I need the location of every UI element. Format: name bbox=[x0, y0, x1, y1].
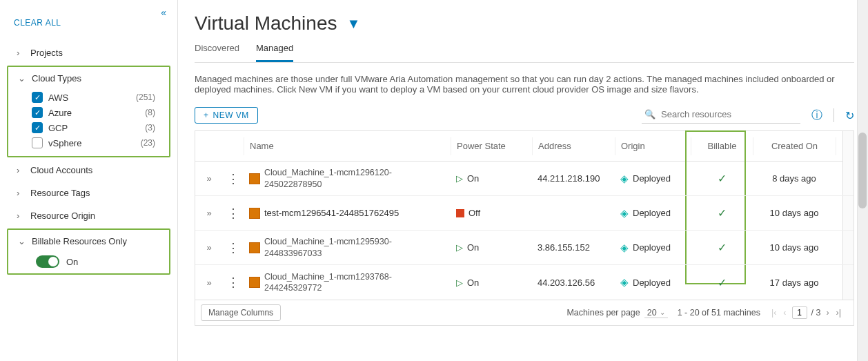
filter-header-resource-tags[interactable]: › Resource Tags bbox=[0, 183, 177, 203]
checkbox-icon[interactable]: ✓ bbox=[32, 122, 43, 133]
vm-icon bbox=[249, 208, 260, 219]
address: 3.86.155.152 bbox=[532, 242, 615, 253]
first-page-icon[interactable]: |‹ bbox=[770, 308, 778, 318]
option-label: AWS bbox=[48, 92, 68, 103]
cloud-type-aws[interactable]: ✓AWS (251) bbox=[17, 90, 169, 105]
chevron-right-icon: › bbox=[17, 165, 26, 175]
vm-name[interactable]: test-mcm1296541-244851762495 bbox=[264, 208, 399, 218]
next-page-icon[interactable]: › bbox=[825, 308, 830, 318]
expand-icon[interactable]: » bbox=[206, 173, 211, 184]
tab-managed[interactable]: Managed bbox=[256, 43, 293, 62]
chevron-right-icon: › bbox=[17, 211, 26, 221]
option-label: vSphere bbox=[48, 138, 81, 148]
play-icon: ▷ bbox=[456, 277, 463, 288]
option-count: (23) bbox=[141, 138, 155, 148]
table-row: » ⋮ test-mcm1296541-244851762495 Off ◈De… bbox=[195, 196, 854, 231]
cloud-type-gcp[interactable]: ✓GCP (3) bbox=[17, 120, 169, 135]
expand-icon[interactable]: » bbox=[206, 277, 211, 288]
info-icon[interactable]: ⓘ bbox=[811, 108, 822, 123]
plus-icon: + bbox=[204, 110, 209, 120]
highlight-billable: ⌄ Billable Resources Only On bbox=[7, 228, 170, 275]
expand-icon[interactable]: » bbox=[206, 208, 211, 218]
power-state: On bbox=[467, 277, 479, 288]
cloud-type-vsphere[interactable]: vSphere (23) bbox=[17, 135, 169, 150]
origin-label: Deployed bbox=[633, 277, 671, 288]
search-icon: 🔍 bbox=[644, 109, 655, 119]
checkbox-icon[interactable]: ✓ bbox=[32, 107, 43, 118]
row-menu-icon[interactable]: ⋮ bbox=[227, 173, 239, 185]
filter-label: Billable Resources Only bbox=[32, 236, 127, 246]
search-input[interactable] bbox=[660, 108, 798, 120]
filter-header-resource-origin[interactable]: › Resource Origin bbox=[0, 206, 177, 226]
refresh-icon[interactable]: ↻ bbox=[845, 109, 854, 122]
deployed-icon: ◈ bbox=[620, 173, 629, 185]
page-scrollbar-thumb[interactable] bbox=[858, 133, 867, 208]
checkbox-icon[interactable]: ✓ bbox=[32, 92, 43, 103]
check-icon: ✓ bbox=[718, 206, 727, 219]
vm-name[interactable]: Cloud_Machine_1-mcm1296120-245022878950 bbox=[264, 167, 445, 190]
table-row: » ⋮ Cloud_Machine_1-mcm1295930-244833967… bbox=[195, 231, 854, 265]
checkbox-icon[interactable] bbox=[32, 137, 43, 148]
filter-label: Cloud Types bbox=[32, 73, 81, 84]
filter-header-cloud-types[interactable]: ⌄ Cloud Types bbox=[8, 68, 169, 88]
power-state: On bbox=[467, 173, 479, 184]
vm-name[interactable]: Cloud_Machine_1-mcm1293768-244245329772 bbox=[264, 271, 445, 294]
created-on: 10 days ago bbox=[753, 242, 836, 253]
last-page-icon[interactable]: ›| bbox=[835, 308, 842, 318]
table-header: Name Power State Address Origin Billable… bbox=[195, 131, 854, 162]
check-icon: ✓ bbox=[718, 276, 727, 289]
filter-billable: ⌄ Billable Resources Only On bbox=[8, 230, 169, 273]
tab-discovered[interactable]: Discovered bbox=[195, 43, 239, 62]
check-icon: ✓ bbox=[718, 172, 727, 185]
vm-name[interactable]: Cloud_Machine_1-mcm1295930-244833967033 bbox=[264, 236, 445, 259]
billable-toggle-row: On bbox=[8, 251, 169, 272]
vm-table: Name Power State Address Origin Billable… bbox=[195, 130, 854, 300]
filter-header-cloud-accounts[interactable]: › Cloud Accounts bbox=[0, 160, 177, 180]
row-menu-icon[interactable]: ⋮ bbox=[227, 276, 239, 289]
filter-sidebar: « CLEAR ALL › Projects ⌄ Cloud Types ✓AW… bbox=[0, 0, 178, 361]
page-title: Virtual Machines bbox=[195, 12, 337, 35]
power-state: On bbox=[467, 242, 479, 253]
power-state: Off bbox=[468, 208, 480, 218]
col-created[interactable]: Created On bbox=[753, 137, 836, 155]
filter-resource-origin: › Resource Origin bbox=[0, 204, 177, 227]
per-page-value: 20 bbox=[647, 308, 657, 318]
vm-icon bbox=[249, 277, 260, 288]
filter-cloud-types: ⌄ Cloud Types ✓AWS (251) ✓Azure (8) ✓GCP… bbox=[8, 67, 169, 156]
prev-page-icon[interactable]: ‹ bbox=[782, 308, 787, 318]
col-power[interactable]: Power State bbox=[451, 137, 532, 155]
row-menu-icon[interactable]: ⋮ bbox=[227, 242, 239, 254]
vm-icon bbox=[249, 173, 260, 184]
clear-all-link[interactable]: CLEAR ALL bbox=[0, 7, 177, 41]
table-row: » ⋮ Cloud_Machine_1-mcm1293768-244245329… bbox=[195, 265, 854, 300]
page-total: / 3 bbox=[811, 308, 821, 318]
new-vm-button[interactable]: + NEW VM bbox=[195, 107, 258, 124]
filter-label: Projects bbox=[30, 48, 63, 58]
collapse-sidebar-icon[interactable]: « bbox=[161, 7, 166, 18]
billable-toggle[interactable] bbox=[36, 255, 59, 268]
col-origin[interactable]: Origin bbox=[615, 137, 691, 155]
col-address[interactable]: Address bbox=[532, 137, 615, 155]
cloud-type-azure[interactable]: ✓Azure (8) bbox=[17, 105, 169, 120]
page-input[interactable] bbox=[792, 306, 807, 319]
created-on: 8 days ago bbox=[753, 173, 836, 184]
expand-icon[interactable]: » bbox=[206, 242, 211, 253]
chevron-right-icon: › bbox=[17, 188, 26, 198]
row-menu-icon[interactable]: ⋮ bbox=[227, 207, 239, 219]
address: 44.211.218.190 bbox=[532, 173, 615, 184]
separator bbox=[834, 108, 834, 122]
option-count: (251) bbox=[136, 92, 155, 102]
origin-label: Deployed bbox=[633, 208, 671, 218]
search-resources[interactable]: 🔍 bbox=[642, 107, 800, 124]
play-icon: ▷ bbox=[456, 242, 463, 253]
manage-columns-button[interactable]: Manage Columns bbox=[201, 304, 281, 321]
tab-description: Managed machines are those under full VM… bbox=[195, 74, 854, 95]
filter-header-billable[interactable]: ⌄ Billable Resources Only bbox=[8, 231, 169, 251]
filter-header-projects[interactable]: › Projects bbox=[0, 43, 177, 63]
filter-icon[interactable]: ▼ bbox=[346, 16, 360, 32]
per-page-select[interactable]: 20 ⌄ bbox=[644, 308, 668, 318]
col-billable[interactable]: Billable bbox=[691, 137, 753, 155]
table-footer: Manage Columns Machines per page 20 ⌄ 1 … bbox=[195, 300, 854, 326]
col-name[interactable]: Name bbox=[244, 137, 451, 155]
chevron-down-icon: ⌄ bbox=[18, 73, 28, 84]
